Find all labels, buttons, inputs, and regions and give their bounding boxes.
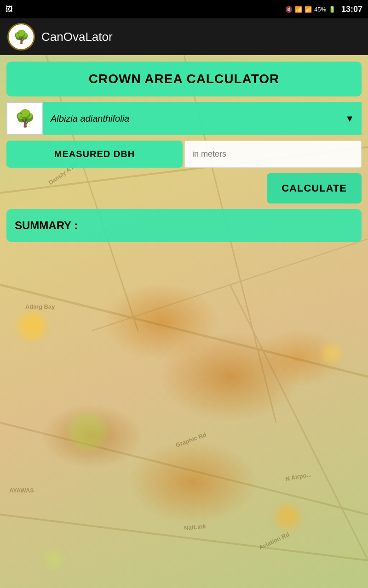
crown-area-title: CROWN AREA CALCULATOR: [89, 72, 280, 86]
dbh-input[interactable]: [184, 141, 362, 168]
species-tree-icon: 🌳: [15, 109, 35, 128]
summary-banner: SUMMARY :: [6, 209, 362, 242]
map-label-3: AYAWAS: [9, 487, 34, 494]
bokeh-decoration-4: [276, 505, 299, 528]
calculate-row: CALCULATE: [6, 173, 362, 204]
measured-dbh-button[interactable]: MEASURED DBH: [6, 141, 183, 168]
app-title: CanOvaLator: [41, 30, 113, 44]
species-dropdown[interactable]: Albizia adianthifolia ▼: [43, 102, 362, 135]
wifi-icon: 📶: [295, 6, 302, 13]
app-header: 🌳 CanOvaLator: [0, 18, 368, 55]
species-name: Albizia adianthifolia: [51, 113, 129, 124]
svg-line-6: [230, 285, 368, 560]
title-banner: CROWN AREA CALCULATOR: [6, 62, 362, 96]
svg-line-2: [0, 285, 368, 377]
bokeh-decoration-1: [18, 312, 46, 340]
app-logo: 🌳: [7, 23, 35, 51]
battery-icon: 🔋: [328, 6, 336, 13]
bokeh-decoration-5: [46, 551, 62, 567]
bokeh-decoration-3: [69, 413, 106, 450]
status-bar: 🖼 🔇 📶 📶 45% 🔋 13:07: [0, 0, 368, 18]
clock: 13:07: [341, 5, 362, 14]
svg-line-4: [0, 423, 368, 514]
species-icon-box: 🌳: [6, 102, 43, 135]
calculate-button[interactable]: CALCULATE: [267, 173, 362, 204]
mute-icon: 🔇: [285, 6, 293, 13]
signal-icon: 📶: [305, 6, 312, 13]
battery-level: 45%: [314, 6, 326, 13]
main-content: CROWN AREA CALCULATOR 🌳 Albizia adianthi…: [0, 55, 368, 249]
summary-label: SUMMARY :: [15, 219, 78, 232]
map-label-4: Ading Bay: [25, 303, 55, 310]
species-selector-row: 🌳 Albizia adianthifolia ▼: [6, 102, 362, 135]
bokeh-decoration-2: [322, 345, 340, 363]
status-left-icon: 🖼: [6, 5, 13, 13]
chevron-down-icon: ▼: [345, 113, 354, 124]
dbh-row: MEASURED DBH: [6, 141, 362, 168]
logo-tree-icon: 🌳: [13, 29, 29, 45]
